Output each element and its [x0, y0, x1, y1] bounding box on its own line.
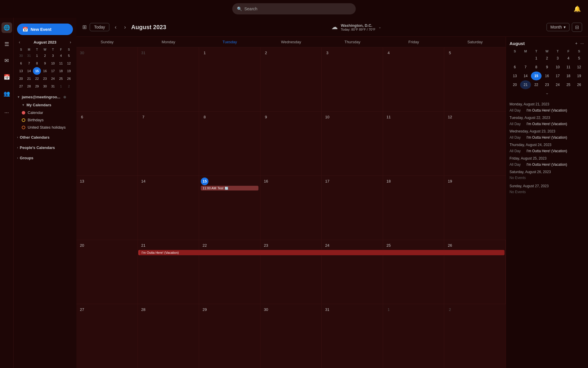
event-list-item[interactable]: All Day I'm Outta Here! (Vacation) — [510, 135, 584, 140]
cal-day-aug30[interactable]: 30 — [260, 304, 322, 368]
rp-cal-day[interactable]: 17 — [552, 72, 563, 80]
rp-menu-button[interactable]: ··· — [580, 40, 584, 46]
mini-cal-day[interactable]: 7 — [25, 59, 33, 67]
rp-cal-day[interactable]: 5 — [574, 54, 584, 63]
cal-day-aug13[interactable]: 13 — [76, 176, 138, 240]
mini-cal-day[interactable]: 14 — [25, 67, 33, 75]
mini-cal-next[interactable]: › — [68, 39, 73, 45]
cal-day-sep1[interactable]: 1 — [383, 304, 445, 368]
rp-cal-day[interactable]: 4 — [563, 54, 574, 63]
rp-cal-day[interactable]: 22 — [531, 80, 542, 89]
cal-day-aug1[interactable]: 1 — [199, 47, 260, 111]
cal-day-aug24[interactable]: 24 — [322, 240, 383, 304]
mini-cal-day[interactable]: 16 — [41, 67, 49, 75]
rp-cal-day[interactable]: 9 — [542, 63, 552, 72]
next-month-button[interactable]: › — [122, 23, 128, 32]
weather-expand-icon[interactable]: ⌄ — [378, 25, 381, 29]
cal-day-aug21[interactable]: 21 — [138, 240, 199, 304]
event-list-item[interactable]: All Day I'm Outta Here! (Vacation) — [510, 148, 584, 154]
peoples-calendars-header[interactable]: › People's Calendars — [16, 144, 74, 152]
rp-cal-day[interactable] — [510, 54, 520, 63]
cal-day-aug31[interactable]: 31 — [322, 304, 383, 368]
rp-cal-day[interactable]: 14 — [520, 72, 531, 80]
mini-cal-day[interactable]: 22 — [33, 75, 41, 82]
rp-cal-day[interactable]: 11 — [563, 63, 574, 72]
other-calendars-header[interactable]: › Other Calendars — [16, 133, 74, 141]
cal-day-aug25[interactable]: 25 — [383, 240, 445, 304]
mini-cal-day[interactable]: 6 — [17, 59, 25, 67]
menu-icon[interactable]: ☰ — [1, 39, 12, 49]
event-list-item[interactable]: All Day I'm Outta Here! (Vacation) — [510, 107, 584, 113]
rp-cal-day[interactable]: 21 — [520, 80, 531, 89]
mini-cal-day[interactable]: 10 — [49, 59, 57, 67]
cal-day-aug10[interactable]: 10 — [322, 112, 383, 175]
view-layout-button[interactable]: ⊟ — [572, 23, 582, 32]
rp-cal-day[interactable]: 20 — [510, 80, 520, 89]
mini-cal-day[interactable]: 30 — [41, 82, 49, 90]
prev-month-button[interactable]: ‹ — [112, 23, 119, 32]
cal-day-aug4[interactable]: 4 — [383, 47, 445, 111]
mini-cal-day[interactable]: 18 — [57, 67, 65, 75]
mini-cal-day[interactable]: 21 — [25, 75, 33, 82]
mini-cal-day[interactable]: 2 — [65, 82, 73, 90]
more-icon[interactable]: ··· — [1, 107, 12, 118]
cal-day-aug3[interactable]: 3 — [322, 47, 383, 111]
rp-cal-day[interactable]: 25 — [563, 80, 574, 89]
mini-cal-day[interactable]: 9 — [41, 59, 49, 67]
mini-cal-day[interactable]: 19 — [65, 67, 73, 75]
cal-day-aug19[interactable]: 19 — [444, 176, 506, 240]
mini-cal-day[interactable]: 3 — [49, 52, 57, 59]
mini-cal-day[interactable]: 12 — [65, 59, 73, 67]
rp-cal-day[interactable]: 6 — [510, 63, 520, 72]
cal-day-aug17[interactable]: 17 — [322, 176, 383, 240]
mini-cal-day[interactable]: 26 — [65, 75, 73, 82]
rp-cal-day[interactable]: 15 — [531, 72, 542, 80]
cal-day-aug7[interactable]: 7 — [138, 112, 199, 175]
cal-day-jul31[interactable]: 31 — [138, 47, 199, 111]
today-button[interactable]: Today — [90, 23, 109, 31]
cal-day-aug27[interactable]: 27 — [76, 304, 138, 368]
cal-day-aug28[interactable]: 28 — [138, 304, 199, 368]
mini-cal-day[interactable]: 31 — [49, 82, 57, 90]
search-box[interactable]: 🔍 Search — [232, 3, 356, 14]
rp-cal-day[interactable]: 3 — [552, 54, 563, 63]
mini-cal-day[interactable]: 28 — [25, 82, 33, 90]
mini-cal-day[interactable]: 27 — [17, 82, 25, 90]
cal-day-aug11[interactable]: 11 — [383, 112, 445, 175]
vacation-event-bar[interactable]: I'm Outta Here! (Vacation) — [138, 250, 505, 255]
mini-cal-day[interactable]: 17 — [49, 67, 57, 75]
rp-cal-day[interactable]: 7 — [520, 63, 531, 72]
cal-day-aug12[interactable]: 12 — [444, 112, 506, 175]
mini-cal-day[interactable]: 1 — [33, 52, 41, 59]
cal-day-aug14[interactable]: 14 — [138, 176, 199, 240]
cal-day-jul30[interactable]: 30 — [76, 47, 138, 111]
rp-cal-day[interactable] — [520, 54, 531, 63]
my-calendars-header[interactable]: ▼ My Calendars — [16, 101, 74, 109]
cal-day-aug29[interactable]: 29 — [199, 304, 260, 368]
rp-expand-button[interactable]: ⌄ — [510, 89, 584, 96]
rp-cal-day[interactable]: 8 — [531, 63, 542, 72]
event-list-item[interactable]: All Day I'm Outta Here! (Vacation) — [510, 121, 584, 127]
mini-cal-day[interactable]: 15 — [33, 67, 41, 75]
event-list-item[interactable]: All Day I'm Outta Here! (Vacation) — [510, 162, 584, 168]
rp-cal-day[interactable]: 16 — [542, 72, 552, 80]
rp-cal-day[interactable]: 18 — [563, 72, 574, 80]
month-view-selector[interactable]: Month ▾ — [547, 23, 569, 31]
mini-cal-day[interactable]: 2 — [41, 52, 49, 59]
mini-cal-day[interactable]: 30 — [17, 52, 25, 59]
calendar-item-us-holidays[interactable]: United States holidays — [16, 124, 74, 131]
people-icon[interactable]: 👥 — [1, 88, 12, 99]
mini-cal-day[interactable]: 5 — [65, 52, 73, 59]
mini-cal-day[interactable]: 1 — [57, 82, 65, 90]
rp-add-button[interactable]: + — [574, 40, 578, 46]
mini-cal-day[interactable]: 20 — [17, 75, 25, 82]
rp-cal-day[interactable]: 2 — [542, 54, 552, 63]
account-header[interactable]: ▼ james@meetingroo... ⊗ — [16, 93, 74, 101]
mini-cal-day[interactable]: 29 — [33, 82, 41, 90]
mini-cal-day[interactable]: 4 — [57, 52, 65, 59]
mini-cal-day[interactable]: 31 — [25, 52, 33, 59]
event-test[interactable]: 11:00 AM Test 🔄 — [201, 186, 258, 190]
rp-cal-day[interactable]: 23 — [542, 80, 552, 89]
mini-cal-day[interactable]: 24 — [49, 75, 57, 82]
calendar-nav-icon[interactable]: 🌐 — [1, 22, 12, 33]
